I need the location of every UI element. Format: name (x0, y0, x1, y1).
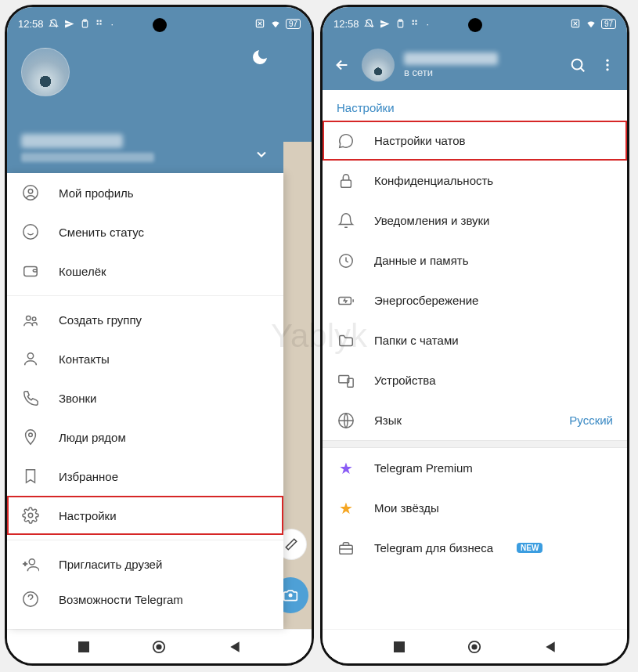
globe-icon (337, 411, 355, 430)
settings-devices[interactable]: Устройства (323, 360, 627, 400)
svg-point-27 (606, 60, 608, 62)
bookmark-icon (21, 467, 40, 486)
battery-level: 97 (601, 19, 616, 29)
nav-home[interactable] (147, 635, 171, 659)
svg-rect-21 (413, 20, 414, 21)
apps-icon (96, 18, 106, 29)
menu-create-group[interactable]: Создать группу (7, 295, 283, 339)
night-mode-icon[interactable] (251, 48, 269, 67)
battery-level: 97 (286, 19, 301, 29)
drawer-menu: Мой профиль Сменить статус Кошелёк Созда… (7, 173, 283, 629)
nav-recent[interactable] (72, 635, 96, 659)
menu-calls[interactable]: Звонки (7, 378, 283, 417)
settings-label: Конфиденциальность (374, 174, 493, 187)
svg-rect-23 (413, 23, 414, 24)
send-icon (64, 18, 75, 29)
android-nav-bar (323, 629, 627, 663)
smile-icon (21, 222, 40, 241)
svg-rect-24 (415, 23, 416, 24)
android-nav-bar (7, 629, 312, 663)
svg-rect-37 (394, 641, 405, 652)
svg-rect-2 (99, 20, 101, 21)
menu-my-profile[interactable]: Мой профиль (7, 173, 283, 212)
lock-icon (337, 172, 355, 190)
send-icon (380, 18, 391, 29)
settings-premium[interactable]: ★ Telegram Premium (323, 448, 627, 488)
settings-value: Русский (569, 414, 613, 427)
menu-saved[interactable]: Избранное (7, 457, 283, 496)
wifi-icon (586, 18, 597, 29)
settings-privacy[interactable]: Конфиденциальность (323, 161, 627, 201)
nav-back[interactable] (223, 635, 247, 659)
clipboard-icon (395, 18, 406, 29)
wallet-icon (21, 262, 40, 280)
help-icon (21, 590, 40, 609)
menu-label: Мой профиль (59, 186, 269, 200)
settings-stars[interactable]: ★ Мои звёзды (323, 488, 627, 528)
chat-icon (337, 132, 355, 150)
wifi-icon (270, 18, 281, 29)
menu-contacts[interactable]: Контакты (7, 339, 283, 378)
svg-point-13 (29, 433, 33, 437)
devices-icon (337, 371, 355, 390)
settings-label: Данные и память (374, 254, 469, 267)
settings-data[interactable]: Данные и память (323, 240, 627, 280)
status-dot: · (427, 18, 430, 30)
settings-battery[interactable]: Энергосбережение (323, 280, 627, 320)
gear-icon (21, 506, 40, 525)
settings-label: Устройства (374, 374, 435, 387)
star-gold-icon: ★ (337, 499, 355, 518)
settings-label: Уведомления и звуки (374, 214, 489, 227)
nav-recent[interactable] (387, 635, 411, 659)
settings-notifications[interactable]: Уведомления и звуки (323, 201, 627, 240)
user-avatar-small[interactable] (362, 49, 395, 81)
no-sim-icon (254, 18, 265, 29)
menu-features[interactable]: Возможности Telegram (7, 583, 283, 615)
menu-invite[interactable]: Пригласить друзей (7, 540, 283, 583)
settings-chat[interactable]: Настройки чатов (323, 121, 627, 161)
section-separator (323, 440, 627, 448)
svg-point-29 (606, 68, 608, 70)
svg-rect-17 (78, 641, 89, 652)
alarm-off-icon (49, 18, 59, 29)
settings-business[interactable]: Telegram для бизнеса NEW (323, 528, 627, 568)
star-purple-icon: ★ (337, 459, 355, 478)
svg-point-10 (27, 316, 31, 320)
svg-point-15 (29, 558, 34, 564)
settings-header: в сети (323, 40, 627, 90)
invite-icon (21, 555, 40, 574)
svg-point-6 (23, 186, 38, 200)
menu-label: Люди рядом (59, 431, 269, 444)
svg-point-14 (28, 513, 33, 518)
settings-label: Telegram Premium (374, 461, 473, 475)
settings-language[interactable]: Язык Русский (323, 400, 627, 440)
svg-point-26 (572, 60, 582, 70)
menu-label: Сменить статус (59, 226, 269, 239)
menu-wallet[interactable]: Кошелёк (7, 251, 283, 291)
menu-settings[interactable]: Настройки (7, 496, 283, 535)
menu-label: Пригласить друзей (59, 558, 269, 571)
settings-folders[interactable]: Папки с чатами (323, 320, 627, 360)
phone-icon (21, 388, 40, 407)
user-avatar[interactable] (21, 48, 70, 96)
more-button[interactable] (597, 57, 618, 73)
svg-point-28 (606, 63, 608, 66)
svg-rect-1 (97, 20, 99, 21)
menu-nearby[interactable]: Люди рядом (7, 417, 283, 457)
svg-rect-22 (415, 20, 416, 21)
settings-label: Настройки чатов (374, 134, 466, 147)
data-icon (337, 251, 355, 270)
nav-home[interactable] (463, 635, 486, 659)
chevron-down-icon[interactable] (254, 146, 269, 162)
menu-change-status[interactable]: Сменить статус (7, 212, 283, 251)
search-button[interactable] (568, 56, 588, 74)
svg-point-11 (32, 316, 36, 320)
apps-icon (411, 18, 422, 29)
menu-label: Избранное (59, 470, 269, 483)
svg-rect-4 (99, 23, 101, 24)
back-button[interactable] (332, 56, 352, 74)
svg-rect-3 (97, 23, 99, 24)
camera-notch (468, 18, 482, 32)
nav-back[interactable] (539, 635, 562, 659)
svg-point-8 (23, 225, 38, 239)
